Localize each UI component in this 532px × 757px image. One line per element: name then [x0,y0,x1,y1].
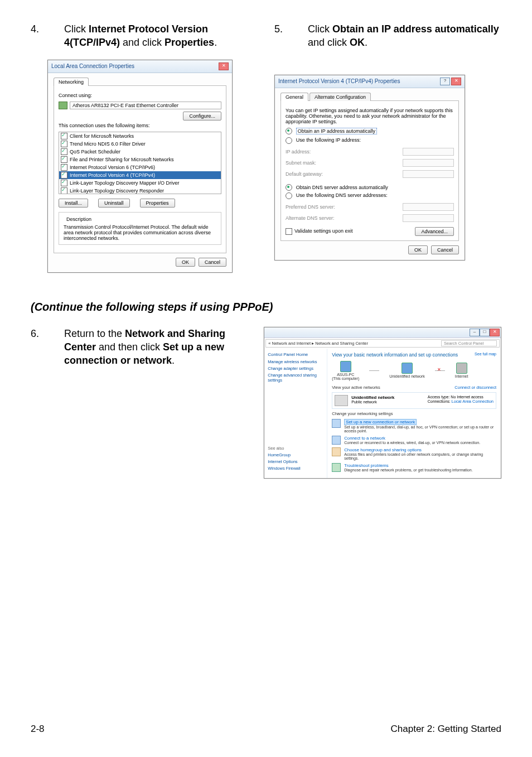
sidebar-link[interactable]: Windows Firewall [268,466,323,471]
alt-dns-label: Alternate DNS server: [286,215,403,221]
text: Click [64,23,89,35]
active-network-box: Unidentified network Public network Acce… [332,392,496,409]
description-text: Transmission Control Protocol/Internet P… [64,224,216,241]
ip-label: IP address: [286,149,403,155]
gateway-label: Default gateway: [286,171,403,177]
dns-use-label: Use the following DNS server addresses: [296,192,388,198]
checkbox-icon[interactable] [61,180,67,186]
help-icon[interactable]: ? [440,78,450,85]
cancel-button[interactable]: Cancel [199,258,226,267]
ip-input [403,148,454,156]
bold-text: Obtain an IP address automatically [332,23,499,35]
advanced-button[interactable]: Advanced... [415,227,454,236]
validate-checkbox[interactable] [286,228,292,235]
see-also-label: See also [268,446,323,451]
see-full-map-link[interactable]: See full map [475,352,496,356]
homegroup-link[interactable]: Choose homegroup and sharing options [344,447,496,452]
troubleshoot-link[interactable]: Troubleshoot problems [344,463,472,468]
breadcrumb[interactable]: « Network and Internet ▸ Network and Sha… [268,341,368,346]
tab-alternate[interactable]: Alternate Configuration [309,93,371,101]
continue-heading: (Continue the following steps if using P… [31,301,501,314]
checkbox-icon[interactable] [61,164,67,171]
list-item[interactable]: QoS Packet Scheduler [70,149,120,155]
connect-network-link[interactable]: Connect to a network [344,436,480,441]
validate-label: Validate settings upon exit [294,228,352,234]
adapter-name[interactable]: Atheros AR8132 PCI-E Fast Ethernet Contr… [70,102,221,109]
subnet-input [403,159,454,167]
ok-button[interactable]: OK [408,245,428,254]
sidebar-link[interactable]: Change advanced sharing settings [268,373,323,383]
list-item[interactable]: Client for Microsoft Networks [70,133,134,139]
change-settings-label: Change your networking settings [332,411,496,416]
radio-obtain-auto[interactable] [286,128,292,134]
connection-link[interactable]: Local Area Connection [452,399,494,404]
bold-text: OK [350,37,365,48]
sidebar-link[interactable]: HomeGroup [268,452,323,457]
components-listbox[interactable]: Client for Microsoft Networks Trend Micr… [59,132,221,194]
bench-icon [335,395,348,406]
step-6: 6. Return to the Network and Sharing Cen… [31,327,247,368]
text: and click [120,37,165,48]
node-label: Unidentified network [389,374,424,378]
task-icon [332,463,341,472]
minimize-icon[interactable]: – [470,329,480,336]
task-desc: Set up a wireless, broadband, dial-up, a… [344,425,496,433]
cancel-button[interactable]: Cancel [431,245,459,254]
checkbox-icon[interactable] [61,133,67,139]
close-icon[interactable]: ✕ [451,78,461,85]
checkbox-icon[interactable] [61,141,67,147]
text: and click [308,37,350,48]
access-type-value: No Internet access [451,395,483,399]
ok-button[interactable]: OK [176,258,195,267]
checkbox-icon[interactable] [61,172,67,179]
task-desc: Diagnose and repair network problems, or… [344,468,472,472]
checkbox-icon[interactable] [61,187,67,194]
network-line-broken [435,370,445,371]
uses-items-label: This connection uses the following items… [59,123,221,128]
maximize-icon[interactable]: □ [480,329,490,336]
connect-disconnect-link[interactable]: Connect or disconnect [454,385,496,390]
list-item[interactable]: Link-Layer Topology Discovery Mapper I/O… [70,180,179,186]
list-item[interactable]: Trend Micro NDIS 6.0 Filter Driver [70,141,146,147]
uninstall-button[interactable]: Uninstall [98,199,130,208]
list-item-selected[interactable]: Internet Protocol Version 4 (TCP/IPv4) [70,172,155,178]
properties-button[interactable]: Properties [140,199,175,208]
text: . [214,37,217,48]
radio-use-ip[interactable] [286,137,292,144]
close-icon[interactable]: ✕ [490,329,500,336]
local-area-connection-dialog: Local Area Connection Properties ✕ Netwo… [47,60,233,273]
list-item[interactable]: Internet Protocol Version 6 (TCP/IPv6) [70,165,155,170]
text: Return to the [64,328,125,339]
sidebar-link[interactable]: Change adapter settings [268,366,323,371]
tab-general[interactable]: General [280,93,308,101]
tab-networking[interactable]: Networking [54,78,89,86]
task-icon [332,436,341,445]
search-input[interactable]: Search Control Panel [441,340,497,346]
task-desc: Connect or reconnect to a wireless, wire… [344,441,480,445]
step-number: 5. [274,22,308,50]
list-item[interactable]: Link-Layer Topology Discovery Responder [70,188,164,194]
radio-dns-use[interactable] [286,192,292,199]
checkbox-icon[interactable] [61,156,67,163]
node-label: ASUS-PC [332,373,359,377]
control-panel-home-link[interactable]: Control Panel Home [268,352,323,357]
page-number: 2-8 [31,724,45,735]
close-icon[interactable]: ✕ [219,62,229,70]
list-item[interactable]: File and Printer Sharing for Microsoft N… [70,157,174,162]
text: Click [308,23,332,35]
sidebar-link[interactable]: Manage wireless networks [268,359,323,364]
sidebar-link[interactable]: Internet Options [268,459,323,464]
access-type-label: Access type: [428,395,450,399]
radio-dns-auto[interactable] [286,184,292,191]
setup-connection-link[interactable]: Set up a new connection or network [344,419,417,425]
checkbox-icon[interactable] [61,148,67,155]
install-button[interactable]: Install... [59,199,88,208]
bold-text: Properties [165,37,214,48]
step-number: 4. [31,22,64,50]
main-heading: View your basic network information and … [332,352,458,358]
step-text: Click Obtain an IP address automatically… [308,22,501,50]
configure-button[interactable]: Configure... [183,112,221,120]
network-icon [402,363,413,374]
network-line [369,370,379,371]
node-sublabel: (This computer) [332,377,359,380]
